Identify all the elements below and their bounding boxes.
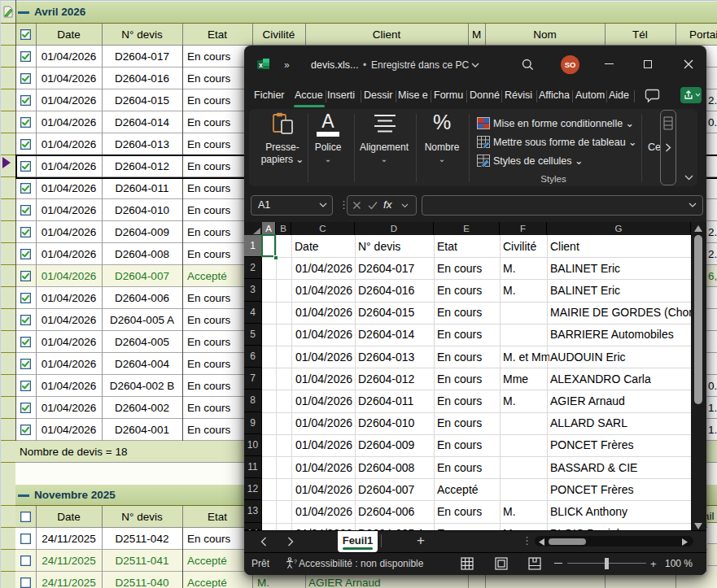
- svg-text:?: ?: [294, 559, 297, 564]
- svg-text:x: x: [259, 61, 263, 69]
